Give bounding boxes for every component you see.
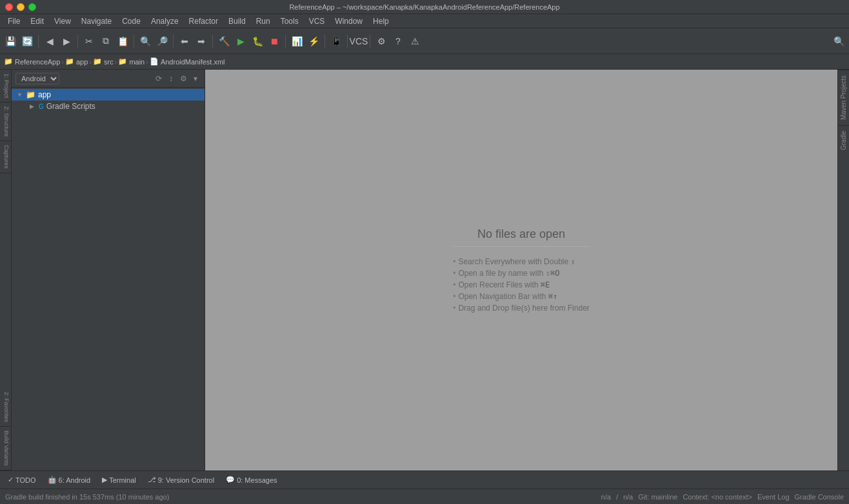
paste-btn[interactable]: 📋 bbox=[115, 34, 130, 49]
expand-arrow-app: ▼ bbox=[17, 92, 23, 98]
menu-item-file[interactable]: File bbox=[3, 15, 25, 27]
right-tab-maven[interactable]: Maven Projects bbox=[838, 70, 849, 125]
menu-item-tools[interactable]: Tools bbox=[275, 15, 304, 27]
breadcrumb-src[interactable]: 📁 src bbox=[93, 57, 114, 66]
search-everywhere-btn[interactable]: 🔍 bbox=[831, 34, 846, 49]
sidebar-item-build-variants[interactable]: Build Variants bbox=[0, 427, 11, 470]
project-view-selector[interactable]: Android Project bbox=[15, 73, 59, 84]
project-panel: Android Project ⟳ ↕ ⚙ ▾ ▼ 📁 app ▶ G Grad… bbox=[12, 70, 205, 470]
run-btn[interactable]: ▶ bbox=[233, 34, 248, 49]
breadcrumb-src-label: src bbox=[104, 58, 114, 66]
vcs-btn[interactable]: VCS bbox=[351, 34, 366, 49]
close-button[interactable] bbox=[5, 3, 13, 11]
menu-item-navigate[interactable]: Navigate bbox=[76, 15, 117, 27]
build-btn[interactable]: 🔨 bbox=[216, 34, 232, 49]
help-btn[interactable]: ? bbox=[390, 34, 406, 49]
copy-btn[interactable]: ⧉ bbox=[98, 34, 114, 49]
todo-icon: ✓ bbox=[8, 476, 14, 484]
breadcrumb-main-label: main bbox=[129, 58, 145, 66]
forward-btn[interactable]: ➡ bbox=[194, 34, 209, 49]
menu-item-refactor[interactable]: Refactor bbox=[184, 15, 223, 27]
tree-item-gradle[interactable]: ▶ G Gradle Scripts bbox=[12, 101, 205, 112]
event-log-btn[interactable]: Event Log bbox=[757, 493, 790, 501]
toolbar-sep-3 bbox=[134, 35, 134, 48]
redo-btn[interactable]: ▶ bbox=[59, 34, 74, 49]
panel-header: Android Project ⟳ ↕ ⚙ ▾ bbox=[12, 70, 205, 88]
breadcrumb-referenceapp[interactable]: 📁 ReferenceApp bbox=[4, 57, 60, 66]
title-bar: ReferenceApp – ~/workspace/Kanapka/Kanap… bbox=[0, 0, 849, 14]
toolbar-sep-6 bbox=[285, 35, 286, 48]
breadcrumb-sep-4: › bbox=[146, 58, 148, 66]
bottom-tab-android[interactable]: 🤖 6: Android bbox=[43, 474, 96, 485]
find-btn[interactable]: 🔍 bbox=[137, 34, 153, 49]
gradle-console-btn[interactable]: Gradle Console bbox=[795, 493, 844, 501]
device-btn[interactable]: 📱 bbox=[328, 34, 344, 49]
bottom-tab-version-control[interactable]: ⎇ 9: Version Control bbox=[143, 474, 219, 485]
breadcrumb-sep-3: › bbox=[115, 58, 117, 66]
menu-item-run[interactable]: Run bbox=[251, 15, 275, 27]
undo-btn[interactable]: ◀ bbox=[42, 34, 57, 49]
sync-project-btn[interactable]: ⟳ bbox=[154, 73, 164, 84]
breadcrumb-app[interactable]: 📁 app bbox=[65, 57, 88, 66]
bottom-tab-terminal[interactable]: ▶ Terminal bbox=[97, 474, 141, 485]
bullet-1: • bbox=[453, 257, 455, 266]
tree-item-app[interactable]: ▼ 📁 app bbox=[12, 89, 205, 101]
menu-item-vcs[interactable]: VCS bbox=[304, 15, 330, 27]
status-sep-1: / bbox=[616, 493, 618, 501]
main-layout: 1: Project Z: Structure Captures 2: Favo… bbox=[0, 70, 849, 470]
toolbar-sep-8 bbox=[347, 35, 348, 48]
menu-item-view[interactable]: View bbox=[49, 15, 76, 27]
bullet-5: • bbox=[453, 304, 455, 313]
hint-recent-files: • Open Recent Files with ⌘E bbox=[453, 280, 550, 289]
hint-recent-files-text: Open Recent Files with ⌘E bbox=[458, 280, 550, 289]
cut-btn[interactable]: ✂ bbox=[81, 34, 97, 49]
sidebar-item-project[interactable]: 1: Project bbox=[0, 70, 11, 102]
profile-btn[interactable]: ⚡ bbox=[306, 34, 321, 49]
menu-item-build[interactable]: Build bbox=[223, 15, 251, 27]
breadcrumb-main[interactable]: 📁 main bbox=[118, 57, 145, 66]
toolbar-sep-7 bbox=[325, 35, 325, 48]
git-branch[interactable]: Git: mainline bbox=[638, 493, 677, 501]
save-btn[interactable]: 💾 bbox=[3, 34, 18, 49]
android-icon: 🤖 bbox=[48, 476, 57, 484]
bottom-tab-todo-label: TODO bbox=[15, 476, 36, 484]
menu-item-analyze[interactable]: Analyze bbox=[146, 15, 184, 27]
toolbar-sep-1 bbox=[38, 35, 39, 48]
breadcrumb-sep-2: › bbox=[89, 58, 92, 66]
hint-open-file-text: Open a file by name with ⇧⌘O bbox=[458, 269, 559, 278]
bottom-tab-android-label: 6: Android bbox=[59, 476, 91, 484]
breadcrumb-manifest[interactable]: 📄 AndroidManifest.xml bbox=[150, 57, 225, 66]
debug-btn[interactable]: 🐛 bbox=[250, 34, 265, 49]
collapse-all-btn[interactable]: ↕ bbox=[166, 73, 176, 84]
right-tab-gradle[interactable]: Gradle bbox=[838, 125, 849, 155]
settings-btn[interactable]: ⚙ bbox=[374, 34, 389, 49]
panel-header-left: Android Project bbox=[15, 73, 59, 84]
settings-panel-btn[interactable]: ⚙ bbox=[178, 73, 188, 84]
coverage-btn[interactable]: 📊 bbox=[289, 34, 305, 49]
back-btn[interactable]: ⬅ bbox=[177, 34, 192, 49]
hint-drag-drop: • Drag and Drop file(s) here from Finder bbox=[453, 304, 590, 313]
hide-panel-btn[interactable]: ▾ bbox=[190, 73, 201, 84]
menu-item-window[interactable]: Window bbox=[330, 15, 368, 27]
replace-btn[interactable]: 🔎 bbox=[154, 34, 170, 49]
tree-view: ▼ 📁 app ▶ G Gradle Scripts bbox=[12, 88, 205, 470]
bottom-tab-todo[interactable]: ✓ TODO bbox=[3, 474, 41, 485]
panel-controls: ⟳ ↕ ⚙ ▾ bbox=[154, 73, 201, 84]
stop-btn[interactable]: ⏹ bbox=[266, 34, 282, 49]
bottom-tab-vcs-label: 9: Version Control bbox=[158, 476, 214, 484]
status-na-2: n/a bbox=[623, 493, 633, 501]
bullet-4: • bbox=[453, 292, 455, 301]
sidebar-item-captures[interactable]: Captures bbox=[0, 141, 11, 173]
menu-item-code[interactable]: Code bbox=[117, 15, 146, 27]
minimize-button[interactable] bbox=[17, 3, 25, 11]
bottom-tab-messages[interactable]: 💬 0: Messages bbox=[221, 474, 282, 485]
menu-item-edit[interactable]: Edit bbox=[25, 15, 49, 27]
sync-btn[interactable]: 🔄 bbox=[19, 34, 35, 49]
sidebar-item-favorites[interactable]: 2: Favorites bbox=[0, 388, 11, 427]
hint-drag-drop-text: Drag and Drop file(s) here from Finder bbox=[458, 304, 589, 313]
sidebar-item-structure[interactable]: Z: Structure bbox=[0, 102, 11, 141]
menu-item-help[interactable]: Help bbox=[368, 15, 394, 27]
notifications-btn[interactable]: ⚠ bbox=[407, 34, 423, 49]
maximize-button[interactable] bbox=[28, 3, 36, 11]
hint-nav-bar-text: Open Navigation Bar with ⌘↑ bbox=[458, 292, 557, 301]
